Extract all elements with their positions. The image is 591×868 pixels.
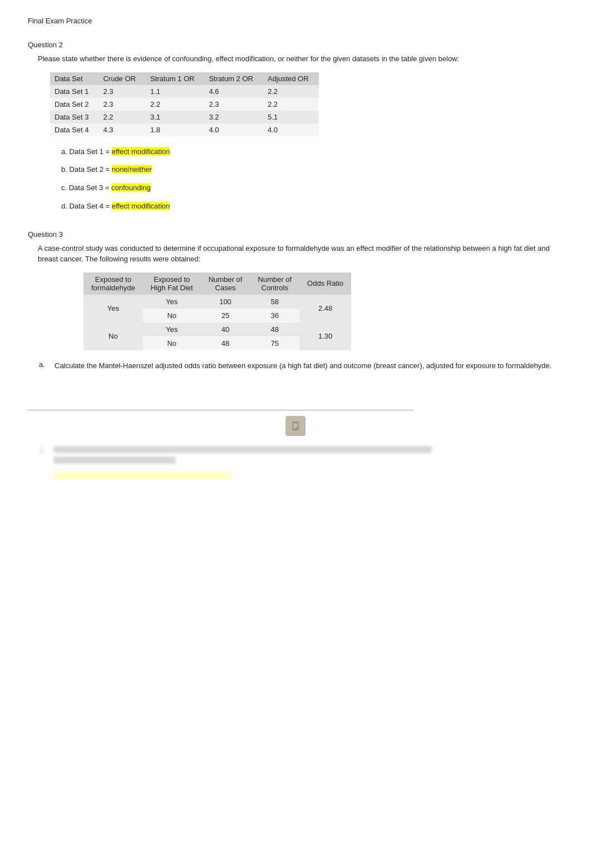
q3-cell-hfd-no1: No — [143, 309, 201, 323]
answer-text: confounding — [111, 183, 151, 192]
bottom-icon-area — [28, 416, 563, 436]
question2-label: Question 2 — [28, 41, 563, 49]
q3-cell-form-no: No — [83, 323, 143, 350]
q3a-text: Calculate the Mantel-Haenszel adjusted o… — [55, 360, 551, 371]
answer-letter: a. Data Set 1 = — [61, 147, 112, 156]
blurred-line2 — [53, 457, 176, 464]
q3-cell-hfd-yes1: Yes — [143, 295, 201, 309]
svg-rect-2 — [293, 425, 298, 426]
q3-cell-controls-48: 48 — [250, 323, 299, 336]
q3-col-hfd: Exposed toHigh Fat Diet — [143, 272, 201, 295]
answer-item: c. Data Set 3 = confounding — [61, 182, 563, 194]
table-row: Yes Yes 100 58 2.48 — [83, 295, 351, 309]
divider-line — [28, 410, 413, 410]
question3-a: a. Calculate the Mantel-Haenszel adjuste… — [28, 360, 563, 377]
answer-letter: d. Data Set 4 = — [61, 202, 112, 210]
q3-cell-controls-75: 75 — [250, 336, 299, 350]
blurred-question: 3. — [28, 446, 563, 481]
attachment-icon[interactable] — [285, 416, 306, 436]
q3-cell-or-248: 2.48 — [299, 295, 351, 323]
blurred-answer-highlight — [53, 472, 232, 479]
answer-letter: b. Data Set 2 = — [61, 165, 112, 173]
answer-text: effect modification — [112, 147, 170, 156]
q3-cell-controls-36: 36 — [250, 309, 299, 323]
q3-cell-cases-25: 25 — [201, 309, 250, 323]
q3-cell-cases-40: 40 — [201, 323, 250, 336]
q2-col-adjusted: Adjusted OR — [263, 72, 319, 85]
question2-block: Question 2 Please state whether there is… — [28, 41, 563, 212]
answer-item: a. Data Set 1 = effect modification — [61, 146, 563, 158]
table-row: Data Set 32.23.13.25.1 — [50, 111, 319, 123]
q3-cell-hfd-no2: No — [143, 336, 201, 350]
q3-cell-hfd-yes2: Yes — [143, 323, 201, 336]
table-row: No Yes 40 48 1.30 — [83, 323, 351, 336]
q3-col-or: Odds Ratio — [299, 272, 351, 295]
answer-text: effect modification — [112, 202, 170, 210]
q2-col-stratum1: Stratum 1 OR — [146, 72, 204, 85]
q3a-letter: a. — [39, 360, 55, 377]
q3-cell-or-130: 1.30 — [299, 323, 351, 350]
question3-table: Exposed toformaldehyde Exposed toHigh Fa… — [83, 272, 351, 350]
question2-table: Data Set Crude OR Stratum 1 OR Stratum 2… — [50, 72, 319, 136]
table-row: Data Set 12.31.14.62.2 — [50, 85, 319, 98]
q3-cell-cases-48: 48 — [201, 336, 250, 350]
question2-answers: a. Data Set 1 = effect modificationb. Da… — [28, 146, 563, 212]
q2-col-dataset: Data Set — [50, 72, 98, 85]
table-row: Data Set 44.31.84.04.0 — [50, 123, 319, 136]
q3-cell-controls-58: 58 — [250, 295, 299, 309]
table-row: Data Set 22.32.22.32.2 — [50, 98, 319, 111]
q3-cell-form-yes: Yes — [83, 295, 143, 323]
question3-block: Question 3 A case-control study was cond… — [28, 230, 563, 377]
svg-rect-3 — [293, 427, 296, 428]
q3-col-controls: Number ofControls — [250, 272, 299, 295]
question3-table-wrapper: Exposed toformaldehyde Exposed toHigh Fa… — [28, 272, 563, 350]
answer-letter: c. Data Set 3 = — [61, 183, 111, 192]
q2-col-crude: Crude OR — [98, 72, 146, 85]
answer-item: d. Data Set 4 = effect modification — [61, 201, 563, 212]
blurred-q-num: 3. — [39, 446, 49, 454]
question2-table-wrapper: Data Set Crude OR Stratum 1 OR Stratum 2… — [28, 72, 563, 136]
question2-intro: Please state whether there is evidence o… — [28, 53, 563, 65]
answer-text: none/neither — [112, 165, 152, 173]
q3-col-formaldehyde: Exposed toformaldehyde — [83, 272, 143, 295]
q3-cell-cases-100: 100 — [201, 295, 250, 309]
question3-intro: A case-control study was conducted to de… — [28, 243, 563, 265]
q2-col-stratum2: Stratum 2 OR — [204, 72, 263, 85]
page-title: Final Exam Practice — [28, 17, 563, 25]
question3-label: Question 3 — [28, 230, 563, 239]
q3-col-cases: Number ofCases — [201, 272, 250, 295]
answer-item: b. Data Set 2 = none/neither — [61, 164, 563, 176]
blurred-line1 — [53, 446, 432, 453]
svg-rect-1 — [293, 424, 298, 425]
